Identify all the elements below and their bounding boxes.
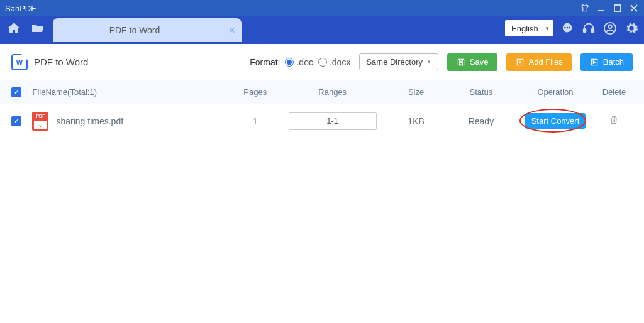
tab-pdf-to-word[interactable]: PDF to Word × bbox=[53, 18, 242, 42]
header-filename: FileName(Total:1) bbox=[32, 87, 230, 97]
action-bar: W PDF to Word Format: .doc .docx Same Di… bbox=[0, 44, 644, 80]
close-icon[interactable] bbox=[629, 3, 639, 13]
page-title: PDF to Word bbox=[34, 57, 88, 67]
add-icon bbox=[515, 57, 525, 67]
header-size: Size bbox=[385, 87, 447, 97]
toolbar: PDF to Word × English bbox=[0, 16, 644, 44]
svg-rect-0 bbox=[598, 10, 604, 11]
minimize-icon[interactable] bbox=[596, 3, 606, 13]
format-group: Format: .doc .docx bbox=[250, 57, 350, 67]
radio-docx[interactable] bbox=[318, 58, 327, 67]
svg-point-9 bbox=[608, 25, 612, 29]
tshirt-icon[interactable] bbox=[580, 3, 590, 13]
user-icon[interactable] bbox=[602, 21, 618, 36]
pdf-file-icon: ⌄ bbox=[32, 112, 48, 131]
svg-rect-6 bbox=[584, 29, 586, 32]
format-radio-docx[interactable]: .docx bbox=[318, 57, 350, 67]
language-select-wrap: English bbox=[505, 20, 553, 36]
cell-status: Ready bbox=[447, 116, 515, 126]
add-files-button[interactable]: Add Files bbox=[506, 53, 572, 71]
save-icon bbox=[456, 57, 466, 67]
app-title: SanPDF bbox=[5, 4, 580, 13]
open-folder-icon[interactable] bbox=[29, 19, 47, 37]
svg-rect-7 bbox=[592, 29, 594, 32]
cell-pages: 1 bbox=[230, 116, 280, 126]
select-all-checkbox[interactable]: ✓ bbox=[11, 87, 21, 97]
radio-doc[interactable] bbox=[285, 58, 294, 67]
same-directory-button[interactable]: Same Directory bbox=[359, 53, 438, 70]
batch-button[interactable]: Batch bbox=[580, 53, 633, 71]
ranges-input[interactable] bbox=[289, 112, 377, 130]
format-label: Format: bbox=[250, 57, 280, 67]
table-header: ✓ FileName(Total:1) Pages Ranges Size St… bbox=[0, 80, 644, 104]
file-name-text: sharing times.pdf bbox=[56, 116, 123, 126]
svg-rect-11 bbox=[460, 62, 463, 65]
page-title-icon: W bbox=[11, 54, 28, 70]
delete-icon[interactable] bbox=[609, 115, 619, 125]
save-button[interactable]: Save bbox=[447, 53, 497, 71]
cell-size: 1KB bbox=[385, 116, 447, 126]
header-ranges: Ranges bbox=[280, 87, 385, 97]
header-operation: Operation bbox=[515, 87, 596, 97]
headset-icon[interactable] bbox=[581, 21, 596, 36]
header-pages: Pages bbox=[230, 87, 280, 97]
table-row: ✓ ⌄ sharing times.pdf 1 1KB Ready Start … bbox=[0, 104, 644, 138]
home-icon[interactable] bbox=[5, 19, 23, 37]
gear-icon[interactable] bbox=[624, 21, 639, 36]
svg-rect-1 bbox=[614, 5, 621, 11]
batch-icon bbox=[589, 57, 599, 67]
maximize-icon[interactable] bbox=[613, 3, 623, 13]
svg-point-5 bbox=[569, 27, 570, 29]
titlebar: SanPDF bbox=[0, 0, 644, 16]
language-select[interactable]: English bbox=[505, 20, 553, 36]
chat-icon[interactable] bbox=[560, 21, 575, 36]
start-convert-button[interactable]: Start Convert bbox=[525, 113, 586, 129]
header-status: Status bbox=[447, 87, 515, 97]
tab-label: PDF to Word bbox=[109, 25, 160, 35]
svg-point-4 bbox=[567, 27, 569, 29]
tab-close-icon[interactable]: × bbox=[228, 25, 235, 36]
format-radio-doc[interactable]: .doc bbox=[285, 57, 313, 67]
row-checkbox[interactable]: ✓ bbox=[11, 116, 21, 126]
svg-point-3 bbox=[564, 27, 566, 29]
header-delete: Delete bbox=[596, 87, 633, 97]
